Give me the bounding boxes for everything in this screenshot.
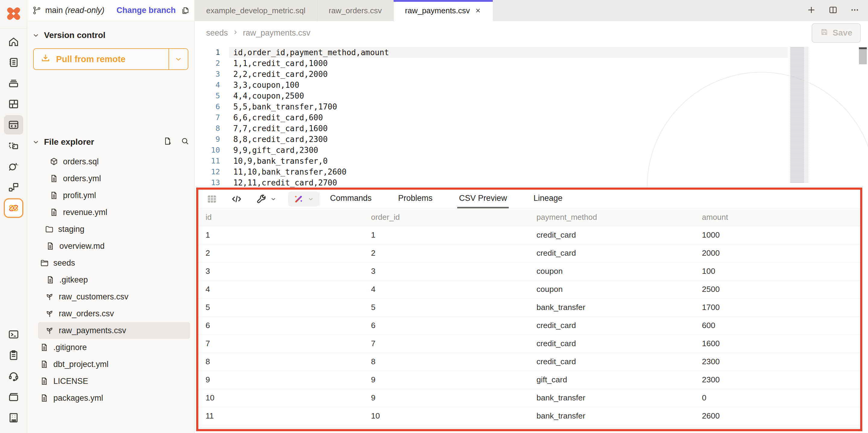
line-text: 7,7,credit_card,1600 [229,123,788,134]
file-tree-item[interactable]: raw_orders.csv [27,305,194,322]
line-text: 12,11,credit_card,2700 [229,177,788,188]
editor-line[interactable]: 4 3,3,coupon,100 [195,80,868,90]
editor-line[interactable]: 1 id,order_id,payment_method,amount [195,47,868,58]
rail-icon-button[interactable] [4,366,23,386]
editor-line[interactable]: 2 1,1,credit_card,1000 [195,58,868,69]
app-logo-icon[interactable] [5,5,22,22]
editor-scrollbar-thumb[interactable] [859,47,867,64]
csv-column-header[interactable]: order_id [364,209,529,226]
magic-wand-button[interactable] [288,192,319,206]
file-name: dbt_project.yml [53,360,108,369]
panel-tab[interactable]: Problems [396,190,434,208]
line-text: id,order_id,payment_method,amount [229,47,788,58]
file-name: staging [58,225,84,234]
file-tree-item[interactable]: seeds [27,255,194,271]
csv-column-header[interactable]: amount [695,209,860,226]
editor-line[interactable]: 12 11,10,bank_transfer,2600 [195,167,868,177]
editor-line[interactable]: 3 2,2,credit_card,2000 [195,69,868,80]
panel-tab[interactable]: Lineage [532,190,564,208]
code-editor[interactable]: 1 id,order_id,payment_method,amount 2 1,… [195,45,868,188]
line-text: 5,5,bank_transfer,1700 [229,101,788,112]
more-options-icon[interactable] [850,5,860,16]
rail-icon-button[interactable] [4,94,23,114]
file-type-icon [50,208,59,217]
csv-row: 88credit_card2300 [198,353,860,371]
breadcrumb: seeds raw_payments.csv [206,28,310,38]
csv-column-header[interactable]: id [198,209,364,226]
file-tree-item[interactable]: raw_customers.csv [27,288,194,305]
save-button[interactable]: Save [812,23,861,43]
rail-icon-button[interactable] [4,32,23,51]
file-tree-item[interactable]: packages.yml [27,389,194,406]
rail-icon-button[interactable] [4,74,23,93]
tab-label: raw_orders.csv [329,6,382,16]
close-tab-icon[interactable] [475,7,481,14]
left-icon-rail [0,0,27,433]
rail-icon-button[interactable] [4,115,23,135]
file-tree-item[interactable]: raw_payments.csv [38,322,190,339]
editor-line[interactable]: 7 6,6,credit_card,600 [195,112,868,123]
new-tab-icon[interactable] [807,5,816,16]
pull-dropdown-caret[interactable] [168,49,188,69]
file-tree-item[interactable]: dbt_project.yml [27,356,194,373]
editor-tab[interactable]: raw_orders.csv [317,0,394,21]
file-tree-item[interactable]: overview.md [27,238,194,255]
rail-icon-button[interactable] [4,53,23,72]
copy-icon[interactable] [181,6,190,15]
split-editor-icon[interactable] [828,5,838,16]
file-tree-item[interactable]: staging [27,221,194,238]
file-tree-item[interactable]: .gitkeep [27,271,194,288]
editor-line[interactable]: 5 4,4,coupon,2500 [195,90,868,101]
editor-line[interactable]: 9 8,8,credit_card,2300 [195,134,868,145]
csv-body: 11credit_card100022credit_card200033coup… [198,226,860,425]
editor-line[interactable]: 13 12,11,credit_card,2700 [195,177,868,188]
csv-cell: 4 [198,281,364,298]
rail-icon-button[interactable] [4,136,23,155]
rail-icon-button[interactable] [4,157,23,176]
panel-tab[interactable]: CSV Preview [457,190,509,208]
csv-column-header[interactable]: payment_method [529,209,695,226]
new-file-icon[interactable] [163,137,172,148]
rail-icon-button[interactable] [4,178,23,197]
editor-line[interactable]: 11 10,9,bank_transfer,0 [195,155,868,167]
file-explorer-header[interactable]: File explorer [27,133,194,151]
rail-icon-button[interactable] [4,408,23,427]
file-tree-item[interactable]: .gitignore [27,339,194,356]
version-control-header[interactable]: Version control [27,27,194,44]
file-tree-item[interactable]: revenue.yml [27,204,194,221]
build-tools-icon[interactable] [255,190,277,208]
editor-minimap[interactable] [790,47,808,183]
line-number: 2 [195,58,220,69]
csv-row: 66credit_card600 [198,317,860,335]
editor-tab-strip: example_develop_metric.sql raw_orders.cs… [195,0,868,21]
toolbar-divider [319,192,319,206]
line-text: 8,8,credit_card,2300 [229,134,788,145]
panel-tab[interactable]: Commands [328,190,373,208]
file-type-icon [50,174,59,183]
code-view-icon[interactable] [231,190,242,208]
editor-line[interactable]: 10 9,9,gift_card,2300 [195,145,868,155]
table-view-icon[interactable] [206,190,218,208]
save-label: Save [833,28,852,38]
rail-icon-button[interactable] [4,387,23,406]
rail-icon-button[interactable] [4,325,23,344]
breadcrumb-parent[interactable]: seeds [206,28,228,38]
editor-line[interactable]: 6 5,5,bank_transfer,1700 [195,101,868,112]
file-tree-item[interactable]: profit.yml [27,187,194,204]
rail-icon-button[interactable] [4,346,23,365]
rail-icon-button[interactable] [4,198,23,218]
pull-from-remote-button[interactable]: Pull from remote [33,48,188,70]
csv-cell: 5 [198,298,364,317]
file-tree-item[interactable]: orders.sql [27,153,194,170]
editor-line[interactable]: 8 7,7,credit_card,1600 [195,123,868,134]
file-type-icon [45,292,54,301]
file-type-icon [40,258,49,267]
search-icon[interactable] [181,137,190,148]
editor-tab[interactable]: example_develop_metric.sql [195,0,317,21]
change-branch-link[interactable]: Change branch [116,6,176,15]
file-name: revenue.yml [63,208,107,217]
panel-tab-label: Problems [398,194,433,203]
file-tree-item[interactable]: LICENSE [27,373,194,389]
file-tree-item[interactable]: orders.yml [27,170,194,187]
editor-tab[interactable]: raw_payments.csv [394,0,493,21]
